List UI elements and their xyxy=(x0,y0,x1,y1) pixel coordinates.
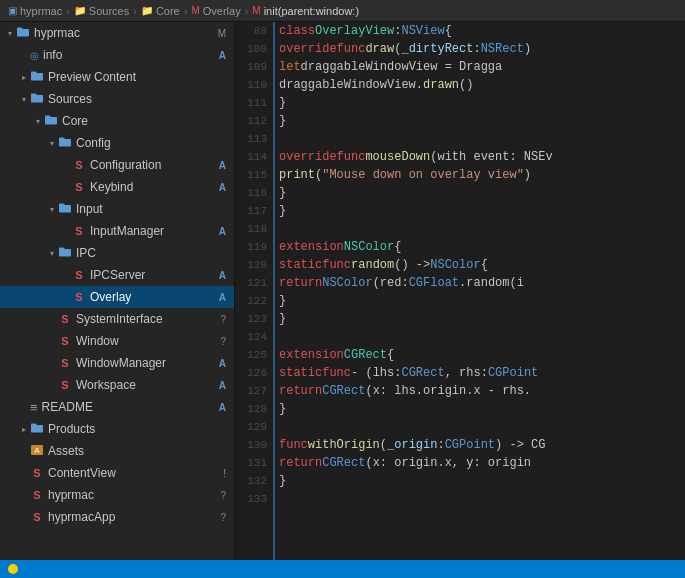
input-icon xyxy=(58,202,72,217)
overlay-swift-icon: M xyxy=(191,5,199,16)
sidebar-item-products[interactable]: ▸ Products xyxy=(0,418,234,440)
sidebar-item-ipc[interactable]: ▾ IPC xyxy=(0,242,234,264)
keybind-icon: S xyxy=(72,181,86,193)
window-badge: ? xyxy=(214,336,226,347)
code-line-115: print("Mouse down on overlay view") xyxy=(279,166,685,184)
svg-text:A: A xyxy=(34,446,40,455)
code-editor: 8810010911011111211311411511611711811912… xyxy=(235,22,685,560)
sidebar-item-inputmanager[interactable]: SInputManagerA xyxy=(0,220,234,242)
line-number-124: 124 xyxy=(235,328,267,346)
code-line-110: draggableWindowView.drawn() xyxy=(279,76,685,94)
breadcrumb-overlay[interactable]: M Overlay xyxy=(191,5,240,17)
expand-arrow xyxy=(18,467,30,479)
code-line-113 xyxy=(279,130,685,148)
ipc-icon xyxy=(58,246,72,261)
hyprmac-app-badge: ? xyxy=(214,490,226,501)
sidebar-item-keybind[interactable]: SKeybindA xyxy=(0,176,234,198)
sidebar-item-overlay[interactable]: SOverlayA xyxy=(0,286,234,308)
code-line-88: class OverlayView: NSView { xyxy=(279,22,685,40)
breadcrumb-core[interactable]: 📁 Core xyxy=(141,5,180,17)
code-line-126: static func - (lhs: CGRect, rhs: CGPoint xyxy=(279,364,685,382)
sidebar-item-window[interactable]: SWindow? xyxy=(0,330,234,352)
inputmanager-label: InputManager xyxy=(90,224,210,238)
sidebar-item-input[interactable]: ▾ Input xyxy=(0,198,234,220)
line-number-131: 131 xyxy=(235,454,267,472)
sidebar-item-workspace[interactable]: SWorkspaceA xyxy=(0,374,234,396)
overlay-badge: A xyxy=(214,292,226,303)
code-line-117: } xyxy=(279,202,685,220)
keybind-badge: A xyxy=(214,182,226,193)
hyprmac-root-icon xyxy=(16,26,30,41)
systeminterface-badge: ? xyxy=(214,314,226,325)
info-badge: A xyxy=(214,50,226,61)
code-line-130: func withOrigin(_ origin: CGPoint) -> CG xyxy=(279,436,685,454)
expand-arrow xyxy=(46,313,58,325)
sidebar-item-sources[interactable]: ▾ Sources xyxy=(0,88,234,110)
sidebar-item-ipcserver[interactable]: SIPCServerA xyxy=(0,264,234,286)
line-number-112: 112 xyxy=(235,112,267,130)
code-line-116: } xyxy=(279,184,685,202)
systeminterface-icon: S xyxy=(58,313,72,325)
code-line-118 xyxy=(279,220,685,238)
windowmanager-icon: S xyxy=(58,357,72,369)
code-line-120: static func random () -> NSColor { xyxy=(279,256,685,274)
configuration-label: Configuration xyxy=(90,158,210,172)
line-number-133: 133 xyxy=(235,490,267,508)
sidebar-item-info[interactable]: ◎infoA xyxy=(0,44,234,66)
sidebar-item-readme[interactable]: ≡READMEA xyxy=(0,396,234,418)
readme-label: README xyxy=(42,400,210,414)
sidebar-item-contentview[interactable]: SContentView! xyxy=(0,462,234,484)
expand-arrow xyxy=(60,181,72,193)
code-content[interactable]: class OverlayView: NSView { override fun… xyxy=(273,22,685,560)
readme-badge: A xyxy=(214,402,226,413)
config-label: Config xyxy=(76,136,226,150)
info-icon: ◎ xyxy=(30,50,39,61)
line-number-88: 88 xyxy=(235,22,267,40)
breadcrumb-sep1: › xyxy=(62,5,74,17)
sidebar-item-assets[interactable]: AAssets xyxy=(0,440,234,462)
breadcrumb-sources[interactable]: 📁 Sources xyxy=(74,5,129,17)
code-line-131: return CGRect(x: origin.x, y: origin xyxy=(279,454,685,472)
sidebar-item-core[interactable]: ▾ Core xyxy=(0,110,234,132)
core-icon xyxy=(44,114,58,129)
expand-arrow: ▾ xyxy=(18,93,30,105)
expand-arrow xyxy=(18,445,30,457)
sidebar-item-windowmanager[interactable]: SWindowManagerA xyxy=(0,352,234,374)
sidebar-item-hyprmacapp[interactable]: ShyprmacApp? xyxy=(0,506,234,528)
breadcrumb-init[interactable]: M init(parent:window:) xyxy=(252,5,359,17)
windowmanager-badge: A xyxy=(214,358,226,369)
code-line-133 xyxy=(279,490,685,508)
code-line-127: return CGRect(x: lhs.origin.x - rhs. xyxy=(279,382,685,400)
expand-arrow: ▾ xyxy=(46,203,58,215)
code-line-124 xyxy=(279,328,685,346)
expand-arrow xyxy=(60,269,72,281)
code-line-125: extension CGRect { xyxy=(279,346,685,364)
line-number-121: 121 xyxy=(235,274,267,292)
ipc-label: IPC xyxy=(76,246,226,260)
expand-arrow: ▾ xyxy=(46,137,58,149)
sidebar-item-config[interactable]: ▾ Config xyxy=(0,132,234,154)
line-number-118: 118 xyxy=(235,220,267,238)
contentview-label: ContentView xyxy=(48,466,210,480)
breadcrumb-project[interactable]: ▣ hyprmac xyxy=(8,5,62,17)
line-number-126: 126 xyxy=(235,364,267,382)
sources-folder-icon: 📁 xyxy=(74,5,86,16)
sidebar-item-preview-content[interactable]: ▸ Preview Content xyxy=(0,66,234,88)
assets-icon: A xyxy=(30,444,44,458)
inputmanager-icon: S xyxy=(72,225,86,237)
sidebar-item-hyprmac-root[interactable]: ▾ hyprmacM xyxy=(0,22,234,44)
preview-content-label: Preview Content xyxy=(48,70,226,84)
line-number-129: 129 xyxy=(235,418,267,436)
sidebar-item-systeminterface[interactable]: SSystemInterface? xyxy=(0,308,234,330)
status-bar xyxy=(0,560,685,578)
hyprmac-root-badge: M xyxy=(214,28,226,39)
sidebar-item-configuration[interactable]: SConfigurationA xyxy=(0,154,234,176)
sidebar-item-hyprmac-app[interactable]: Shyprmac? xyxy=(0,484,234,506)
products-icon xyxy=(30,422,44,437)
line-number-116: 116 xyxy=(235,184,267,202)
hyprmacapp-label: hyprmacApp xyxy=(48,510,210,524)
hyprmac-app-icon: S xyxy=(30,489,44,501)
hyprmacapp-icon: S xyxy=(30,511,44,523)
info-label: info xyxy=(43,48,210,62)
line-number-114: 114 xyxy=(235,148,267,166)
